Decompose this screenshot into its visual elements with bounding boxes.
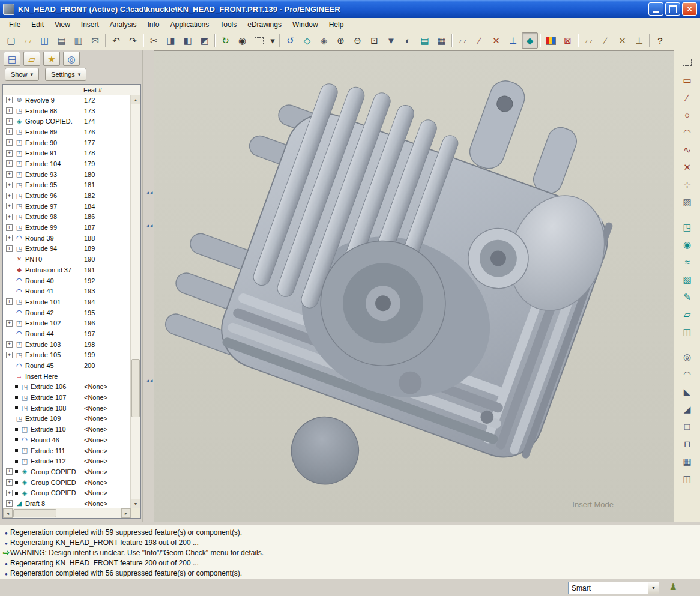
tree-row[interactable]: Extrude 105 199	[3, 350, 131, 361]
tree-row[interactable]: Extrude 108 <None>	[3, 403, 131, 414]
zoom-out-button[interactable]: ⊖	[349, 32, 366, 49]
paste-button[interactable]: ◧	[180, 32, 196, 49]
select-region-tool[interactable]	[679, 54, 696, 71]
expand-toggle[interactable]	[6, 500, 13, 507]
datum-axes-toggle[interactable]: ∕	[471, 32, 487, 49]
tree-row[interactable]: PNT0 190	[3, 254, 131, 265]
mirror-tool[interactable]: ◫	[679, 470, 696, 487]
print-setup-button[interactable]: ▥	[70, 32, 86, 49]
menu-edit[interactable]: Edit	[26, 19, 49, 30]
tree-row[interactable]: Group COPIED <None>	[3, 477, 131, 488]
settings-dropdown[interactable]: Settings	[45, 68, 86, 81]
sketch-arc-tool[interactable]: ◠	[679, 124, 696, 140]
offset-surface-tool[interactable]: ◫	[679, 323, 696, 340]
sketch-spline-tool[interactable]: ∿	[679, 141, 696, 158]
pattern-tool[interactable]: ▦	[679, 453, 696, 469]
scrollbar-thumb[interactable]	[131, 359, 140, 417]
blend-tool[interactable]: ▧	[679, 271, 696, 287]
tree-row[interactable]: Extrude 89 176	[3, 127, 131, 137]
expand-toggle[interactable]	[6, 128, 13, 135]
tree-horizontal-scrollbar[interactable]	[3, 508, 131, 518]
scroll-down-icon[interactable]	[131, 499, 140, 508]
extrude-tool[interactable]: ◳	[679, 218, 696, 235]
find-button[interactable]: ◉	[234, 32, 250, 49]
create-datum-csys-button[interactable]: ⊥	[631, 32, 647, 49]
tree-row[interactable]: Extrude 102 196	[3, 318, 131, 328]
scroll-up-icon[interactable]	[131, 95, 140, 104]
tree-row[interactable]: Round 46 <None>	[3, 435, 131, 445]
tree-row[interactable]: Extrude 91 178	[3, 148, 131, 158]
layers-button[interactable]: ▤	[417, 32, 433, 49]
menu-tools[interactable]: Tools	[214, 19, 242, 30]
datum-points-toggle[interactable]: ✕	[488, 32, 504, 49]
tree-row[interactable]: Extrude 97 184	[3, 201, 131, 212]
tree-row[interactable]: Round 45 200	[3, 360, 131, 371]
expand-toggle[interactable]	[6, 118, 13, 125]
undo-button[interactable]: ↶	[108, 32, 124, 49]
create-datum-plane-button[interactable]: ▱	[581, 32, 597, 49]
tree-row[interactable]: Extrude 96 182	[3, 190, 131, 201]
save-button[interactable]: ◫	[37, 32, 53, 49]
copy-button[interactable]: ◨	[163, 32, 179, 49]
tree-row[interactable]: Extrude 107 <None>	[3, 392, 131, 403]
menu-help[interactable]: Help	[324, 19, 349, 30]
tree-vertical-scrollbar[interactable]	[130, 95, 140, 508]
tree-row[interactable]: Group COPIED <None>	[3, 466, 131, 477]
draft-tool[interactable]: ◢	[679, 400, 696, 417]
tree-row[interactable]: Extrude 94 189	[3, 244, 131, 254]
appearance-gallery-button[interactable]	[543, 32, 559, 49]
expand-toggle[interactable]	[6, 193, 13, 199]
tree-row[interactable]: Extrude 101 194	[3, 296, 131, 307]
datum-csys-toggle[interactable]: ⊥	[505, 32, 521, 49]
datum-point-tool[interactable]: ⊹	[679, 176, 696, 193]
tree-row[interactable]: Extrude 111 <None>	[3, 445, 131, 456]
tree-row[interactable]: Extrude 99 187	[3, 222, 131, 233]
tree-row[interactable]: Extrude 95 181	[3, 180, 131, 191]
select-region-button[interactable]	[251, 32, 267, 49]
tree-row[interactable]: Round 40 192	[3, 275, 131, 286]
sketch-line-tool[interactable]: ∕	[679, 89, 696, 106]
tree-row[interactable]: Round 39 188	[3, 233, 131, 244]
refit-button[interactable]: ⊡	[366, 32, 382, 49]
connections-tab[interactable]: ◎	[63, 52, 80, 66]
tree-row[interactable]: Extrude 88 173	[3, 106, 131, 116]
expand-toggle[interactable]	[6, 150, 13, 157]
close-button[interactable]	[682, 2, 697, 16]
tree-row[interactable]: Extrude 98 186	[3, 212, 131, 223]
favorites-tab[interactable]: ★	[43, 52, 60, 66]
saved-views-button[interactable]: ▼	[383, 32, 399, 49]
model-3d[interactable]	[154, 51, 674, 522]
create-datum-axis-button[interactable]: ∕	[597, 32, 614, 49]
redo-button[interactable]: ↷	[125, 32, 141, 49]
scrollbar-thumb[interactable]	[13, 509, 56, 517]
menu-applications[interactable]: Applications	[165, 19, 215, 30]
menu-view[interactable]: View	[49, 19, 76, 30]
menu-file[interactable]: File	[4, 19, 26, 30]
scroll-right-icon[interactable]	[121, 508, 131, 518]
email-button[interactable]: ✉	[87, 32, 103, 49]
repaint-button[interactable]: ↺	[282, 32, 298, 49]
context-help-button[interactable]: ?	[652, 32, 668, 49]
expand-toggle[interactable]	[6, 224, 13, 231]
menu-info[interactable]: Info	[142, 19, 165, 30]
expand-toggle[interactable]	[6, 107, 13, 114]
tree-row[interactable]: Round 42 195	[3, 307, 131, 318]
datum-planes-toggle[interactable]: ▱	[454, 32, 471, 49]
revolve-tool[interactable]: ◉	[679, 236, 696, 253]
erase-display-button[interactable]: ⊠	[560, 32, 576, 49]
expand-toggle[interactable]	[6, 479, 13, 486]
expand-toggle[interactable]	[6, 490, 13, 496]
new-file-button[interactable]: ▢	[3, 32, 19, 49]
minimize-button[interactable]	[648, 2, 663, 16]
hole-tool[interactable]: ◎	[679, 348, 696, 365]
print-button[interactable]: ▤	[53, 32, 70, 49]
tree-row[interactable]: Extrude 104 179	[3, 158, 131, 169]
sweep-tool[interactable]: ≈	[679, 253, 696, 270]
view-manager-button[interactable]: ▦	[433, 32, 450, 49]
expand-toggle[interactable]	[6, 352, 13, 358]
restore-button[interactable]	[665, 2, 680, 16]
shade-button[interactable]: ◐	[400, 32, 416, 49]
tree-row[interactable]: Extrude 106 <None>	[3, 382, 131, 393]
collapse-panel-icon[interactable]	[145, 378, 152, 384]
menu-window[interactable]: Window	[287, 19, 324, 30]
